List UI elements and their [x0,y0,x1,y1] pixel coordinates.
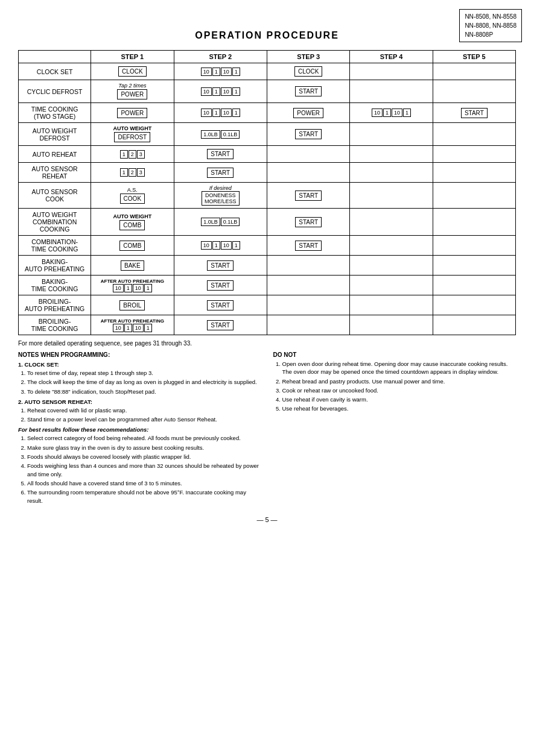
header-step4: STEP 4 [350,51,433,63]
label-auto-sensor-reheat: AUTO SENSORREHEAT [19,163,91,183]
step1-baking-auto: BAKE [91,256,174,276]
label-auto-weight-comb: AUTO WEIGHTCOMBINATIONCOOKING [19,209,91,236]
step4-broiling-time [350,315,433,335]
step3-auto-weight-defrost: START [267,123,350,146]
label-combination-time: COMBINATION-TIME COOKING [19,236,91,256]
note-item: Stand time or a power level can be progr… [27,415,261,423]
row-baking-time: BAKING-TIME COOKING AFTER AUTO PREHEATIN… [19,276,516,295]
note-item: To delete "88:88" indication, touch Stop… [27,388,261,395]
do-not-item: Use reheat if oven cavity is warm. [282,395,517,403]
step5-auto-weight-defrost [433,123,515,146]
notes-left-title: NOTES WHEN PROGRAMMING: [18,351,261,358]
step2-baking-auto: START [174,256,267,276]
best-results-notes: Select correct category of food being re… [18,434,261,504]
step5-auto-weight-comb [433,209,515,236]
step2-auto-reheat: START [174,146,267,163]
step1-baking-time: AFTER AUTO PREHEATING 10 1 10 1 [91,276,174,295]
row-clock-set: CLOCK SET CLOCK 10 1 10 1 CLOCK [19,63,516,80]
step3-baking-auto [267,256,350,276]
step3-clock-set: CLOCK [267,63,350,80]
note-item: Select correct category of food being re… [27,434,261,442]
note-item: To reset time of day, repeat step 1 thro… [27,369,261,377]
note-item: Foods should always be covered loosely w… [27,453,261,461]
step2-baking-time: START [174,276,267,295]
step2-auto-sensor-cook: If desired DONENESSMORE/LESS [174,183,267,209]
header-step5: STEP 5 [433,51,515,63]
step5-auto-sensor-reheat [433,163,515,183]
note-item: Make sure glass tray in the oven is dry … [27,444,261,452]
label-time-cooking: TIME COOKING(TWO STAGE) [19,103,91,123]
step2-broiling-auto: START [174,295,267,315]
label-auto-weight-defrost: AUTO WEIGHTDEFROST [19,123,91,146]
label-clock-set: CLOCK SET [19,63,91,80]
note-item: All foods should have a covered stand ti… [27,479,261,487]
step1-broiling-auto: BROIL [91,295,174,315]
row-auto-weight-defrost: AUTO WEIGHTDEFROST AUTO WEIGHT DEFROST 1… [19,123,516,146]
row-cyclic-defrost: CYCLIC DEFROST Tap 2 times POWER 10 1 10… [19,80,516,103]
step3-baking-time [267,276,350,295]
step4-auto-sensor-reheat [350,163,433,183]
note-item: Foods weighing less than 4 ounces and mo… [27,462,261,478]
do-not-notes: Open oven door during reheat time. Openi… [273,360,517,413]
step4-time-cooking: 10 1 10 1 [350,103,433,123]
step5-auto-reheat [433,146,515,163]
header-label [19,51,91,63]
label-baking-time: BAKING-TIME COOKING [19,276,91,295]
note-item: The clock will keep the time of day as l… [27,378,261,386]
label-cyclic-defrost: CYCLIC DEFROST [19,80,91,103]
step3-auto-reheat [267,146,350,163]
step1-auto-sensor-reheat: 1 2 3 [91,163,174,183]
row-broiling-auto: BROILING-AUTO PREHEATING BROIL START [19,295,516,315]
row-auto-sensor-reheat: AUTO SENSORREHEAT 1 2 3 START [19,163,516,183]
operation-table: STEP 1 STEP 2 STEP 3 STEP 4 STEP 5 CLOCK… [18,50,516,335]
label-broiling-auto: BROILING-AUTO PREHEATING [19,295,91,315]
row-baking-auto: BAKING-AUTO PREHEATING BAKE START [19,256,516,276]
step2-broiling-time: START [174,315,267,335]
step4-baking-auto [350,256,433,276]
step1-combination-time: COMB [91,236,174,256]
step4-clock-set [350,63,433,80]
notes-heading-2: 2. AUTO SENSOR REHEAT: [18,398,261,405]
note-item: The surrounding room temperature should … [27,488,261,505]
step4-auto-reheat [350,146,433,163]
model-numbers: NN-8508, NN-8558NN-8808, NN-8858NN-8808P [465,13,517,38]
top-right-box: NN-8508, NN-8558NN-8808, NN-8858NN-8808P [459,9,522,42]
step3-combination-time: START [267,236,350,256]
notes-heading-1: 1. CLOCK SET: [18,361,261,368]
do-not-item: Cook or reheat raw or uncooked food. [282,386,517,394]
notes-columns: NOTES WHEN PROGRAMMING: 1. CLOCK SET: To… [18,351,516,507]
step2-auto-sensor-reheat: START [174,163,267,183]
row-time-cooking: TIME COOKING(TWO STAGE) POWER 10 1 10 1 … [19,103,516,123]
clock-set-notes: To reset time of day, repeat step 1 thro… [18,369,261,395]
row-combination-time: COMBINATION-TIME COOKING COMB 10 1 10 1 … [19,236,516,256]
auto-sensor-reheat-notes: Reheat covered with lid or plastic wrap.… [18,406,261,424]
note-item: Reheat covered with lid or plastic wrap. [27,406,261,414]
notes-right-column: DO NOT Open oven door during reheat time… [273,351,517,507]
step5-clock-set [433,63,515,80]
btn-clock: CLOCK [118,66,146,77]
step2-auto-weight-comb: 1.0LB 0.1LB [174,209,267,236]
notes-left-column: NOTES WHEN PROGRAMMING: 1. CLOCK SET: To… [18,351,261,507]
step5-baking-time [433,276,515,295]
step1-auto-weight-comb: AUTO WEIGHT COMB [91,209,174,236]
row-broiling-time: BROILING-TIME COOKING AFTER AUTO PREHEAT… [19,315,516,335]
step2-time-cooking: 10 1 10 1 [174,103,267,123]
step2-auto-weight-defrost: 1.0LB 0.1LB [174,123,267,146]
row-auto-reheat: AUTO REHEAT 1 2 3 START [19,146,516,163]
step4-auto-weight-comb [350,209,433,236]
step5-broiling-auto [433,295,515,315]
step2-combination-time: 10 1 10 1 [174,236,267,256]
step1-auto-sensor-cook: A.S. COOK [91,183,174,209]
step3-auto-sensor-reheat [267,163,350,183]
step1-auto-weight-defrost: AUTO WEIGHT DEFROST [91,123,174,146]
header-step3: STEP 3 [267,51,350,63]
do-not-item: Open oven door during reheat time. Openi… [282,360,517,376]
step5-cyclic-defrost [433,80,515,103]
step4-cyclic-defrost [350,80,433,103]
step1-broiling-time: AFTER AUTO PREHEATING 10 1 10 1 [91,315,174,335]
step4-broiling-auto [350,295,433,315]
label-baking-auto: BAKING-AUTO PREHEATING [19,256,91,276]
step3-auto-sensor-cook: START [267,183,350,209]
step5-combination-time [433,236,515,256]
header-step2: STEP 2 [174,51,267,63]
